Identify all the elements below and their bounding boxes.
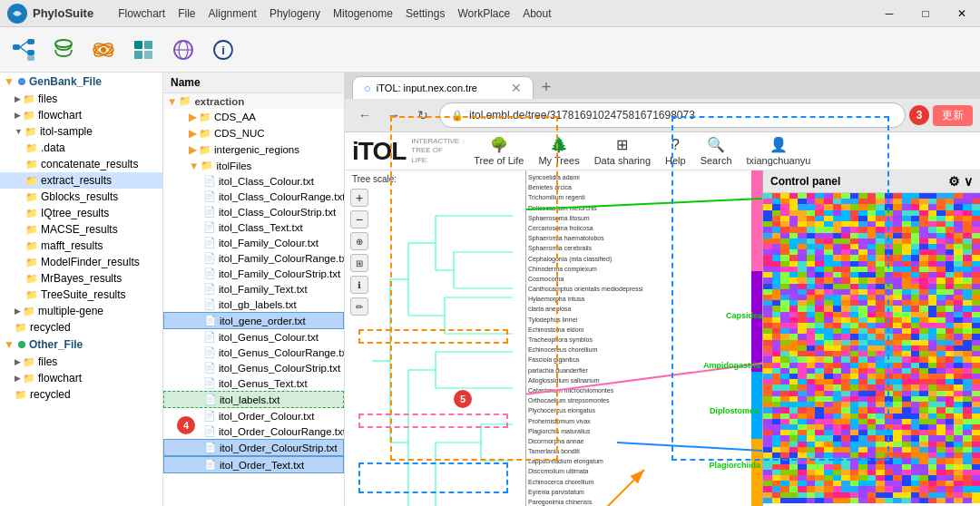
sidebar-item-flowchart2[interactable]: ▶📁 flowchart (0, 370, 162, 386)
colored-strip (751, 170, 762, 506)
zoom-fit-btn[interactable]: ⊞ (350, 254, 368, 272)
tree-of-life-icon: 🌳 (490, 136, 508, 153)
file-itol-class-text[interactable]: 📄 itol_Class_Text.txt (163, 219, 344, 235)
folder-intergenic[interactable]: ▶📁 intergenic_regions (163, 141, 344, 158)
svg-rect-3 (27, 50, 34, 55)
zoom-info-btn[interactable]: ℹ (350, 276, 368, 294)
itol-toolbar: iTOL INTERACTIVE TREE OF LIFE 🌳 Tree of … (345, 132, 980, 170)
address-field[interactable]: 🔒 itol.embl.de/tree/31781691024758167169… (439, 102, 906, 128)
file-itol-genus-colourstrip[interactable]: 📄 itol_Genus_ColourStrip.txt (163, 360, 344, 375)
sidebar-item-concatenate[interactable]: 📁 concatenate_results (0, 156, 162, 172)
zoom-edit-btn[interactable]: ✏ (350, 297, 368, 316)
matrix-cell (763, 498, 772, 503)
matrix-cell (963, 498, 972, 503)
sidebar-item-gblocks[interactable]: 📁 Gblocks_results (0, 189, 162, 205)
menu-settings[interactable]: Settings (399, 0, 451, 27)
toolbar-layers-btn[interactable] (127, 34, 160, 66)
menu-workplace[interactable]: WorkPlace (451, 0, 516, 27)
control-panel-expand-icon[interactable]: ∨ (964, 174, 973, 189)
svg-text:i: i (221, 44, 225, 57)
itol-logo: iTOL INTERACTIVE TREE OF LIFE (352, 137, 459, 166)
category-other[interactable]: ▼ Other_File (0, 336, 162, 354)
sidebar-item-macse[interactable]: 📁 MACSE_results (0, 221, 162, 238)
window-controls: ─ □ ✕ (871, 0, 980, 27)
itol-nav-search[interactable]: 🔍 Search (701, 136, 732, 166)
folder-extraction[interactable]: ▼ 📁 extraction (163, 93, 344, 109)
toolbar-info-btn[interactable]: i (207, 34, 240, 66)
sidebar-item-modelfinder[interactable]: 📁 ModelFinder_results (0, 254, 162, 270)
zoom-in-btn[interactable]: + (350, 189, 368, 207)
sidebar-item-multiplegene[interactable]: ▶📁 multiple-gene (0, 303, 162, 319)
menu-mitogenome[interactable]: Mitogenome (327, 0, 399, 27)
zoom-reset-btn[interactable]: ⊕ (350, 232, 368, 250)
menu-about[interactable]: About (516, 0, 557, 27)
file-itol-genus-colourrange[interactable]: 📄 itol_Genus_ColourRange.txt (163, 345, 344, 360)
sidebar-item-flowchart1[interactable]: ▶📁 flowchart (0, 107, 162, 123)
category-genbank[interactable]: ▼ GenBank_File (0, 73, 162, 91)
control-panel-settings-icon[interactable]: ⚙ (948, 174, 960, 189)
sidebar-item-extract[interactable]: 📁 extract_results (0, 172, 162, 189)
sidebar-item-recycled1[interactable]: 📁 recycled (0, 319, 162, 336)
folder-itolfiles[interactable]: ▼📁 itolFiles (163, 158, 344, 173)
menu-file[interactable]: File (172, 0, 201, 27)
matrix-cell (876, 498, 885, 503)
toolbar-globe-btn[interactable] (167, 34, 200, 66)
matrix-cell (789, 498, 799, 503)
menu-phylogeny[interactable]: Phylogeny (263, 0, 327, 27)
user-icon: 👤 (769, 136, 788, 153)
itol-nav-user[interactable]: 👤 txiangchuanyu (747, 136, 811, 166)
svg-rect-12 (134, 41, 142, 49)
file-itol-family-text[interactable]: 📄 itol_Family_Text.txt (163, 281, 344, 297)
browser-forward-btn[interactable]: → (381, 102, 407, 128)
file-itol-order-colourstrip[interactable]: 📄 itol_Order_ColourStrip.txt (163, 439, 344, 456)
folder-cds-nuc[interactable]: ▶📁 CDS_NUC (163, 125, 344, 141)
close-button[interactable]: ✕ (944, 0, 980, 27)
help-icon: ? (671, 137, 680, 153)
menu-alignment[interactable]: Alignment (202, 0, 263, 27)
file-itol-class-colour[interactable]: 📄 itol_Class_Colour.txt (163, 173, 344, 189)
sidebar-item-mrbayes[interactable]: 📁 MrBayes_results (0, 270, 162, 287)
sidebar-item-treesuite[interactable]: 📁 TreeSuite_results (0, 287, 162, 303)
file-itol-family-colour[interactable]: 📄 itol_Family_Colour.txt (163, 235, 344, 250)
tab-close-btn[interactable]: ✕ (511, 81, 522, 95)
matrix-cell (841, 498, 850, 503)
file-itol-labels[interactable]: 📄 itol_labels.txt (163, 391, 344, 408)
folder-cds-aa[interactable]: ▶📁 CDS_AA (163, 109, 344, 125)
sidebar-item-itol-sample[interactable]: ▼📁 itol-sample (0, 123, 162, 140)
file-itol-gene-order[interactable]: 📄 itol_gene_order.txt (163, 312, 344, 329)
itol-nav-help[interactable]: ? Help (665, 137, 686, 166)
file-itol-genus-text[interactable]: 📄 itol_Genus_Text.txt (163, 375, 344, 391)
file-itol-family-colourrange[interactable]: 📄 itol_Family_ColourRange.txt (163, 250, 344, 266)
species-list: Syncoelidia adami Benietes arcica Tricho… (526, 170, 642, 506)
file-itol-class-colourstrip[interactable]: 📄 itol_Class_ColourStrip.txt (163, 204, 344, 219)
toolbar-atom-btn[interactable] (87, 34, 120, 66)
tree-scale-label: Tree scale: (352, 174, 397, 184)
browser-back-btn[interactable]: ← (352, 102, 377, 128)
sidebar-item-files1[interactable]: ▶📁 files (0, 91, 162, 107)
sidebar-item-mafft[interactable]: 📁 mafft_results (0, 238, 162, 254)
file-itol-genus-colour[interactable]: 📄 itol_Genus_Colour.txt (163, 329, 344, 345)
maximize-button[interactable]: □ (907, 0, 944, 27)
file-itol-family-colourstrip[interactable]: 📄 itol_Family_ColourStrip.txt (163, 266, 344, 281)
sidebar-item-files2[interactable]: ▶📁 files (0, 354, 162, 370)
browser-update-btn[interactable]: 更新 (933, 105, 973, 126)
itol-nav-treeoflife[interactable]: 🌳 Tree of Life (474, 136, 524, 166)
file-itol-gb-labels[interactable]: 📄 itol_gb_labels.txt (163, 297, 344, 312)
minimize-button[interactable]: ─ (871, 0, 907, 27)
itol-nav-datasharing[interactable]: ⊞ Data sharing (594, 136, 651, 166)
toolbar-flowchart-btn[interactable] (7, 34, 40, 66)
sidebar-item-recycled2[interactable]: 📁 recycled (0, 386, 162, 403)
toolbar-database-btn[interactable] (47, 34, 80, 66)
browser-tab-active[interactable]: ○ iTOL: input.nex.con.tre ✕ (352, 76, 534, 99)
new-tab-button[interactable]: + (535, 77, 557, 99)
file-itol-order-text[interactable]: 📄 itol_Order_Text.txt (163, 456, 344, 473)
itol-nav-mytrees[interactable]: 🌲 My Trees (538, 136, 579, 166)
my-trees-icon: 🌲 (550, 136, 568, 153)
sidebar-item-iqtree[interactable]: 📁 IQtree_results (0, 205, 162, 221)
browser-refresh-btn[interactable]: ↻ (410, 102, 436, 128)
menu-flowchart[interactable]: Flowchart (112, 0, 172, 27)
file-itol-class-colourrange[interactable]: 📄 itol_Class_ColourRange.txt (163, 189, 344, 204)
sidebar-item-data[interactable]: 📁 .data (0, 140, 162, 156)
matrix-cell (902, 498, 911, 503)
zoom-out-btn[interactable]: − (350, 210, 368, 229)
